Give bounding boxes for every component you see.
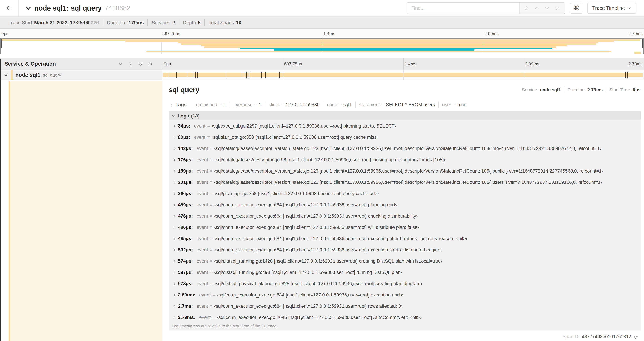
prev-result-icon[interactable] [532,4,541,13]
ruler-tick-label: 1.4ms [322,29,335,38]
log-timestamp: 80μs: [178,135,190,140]
log-timestamp: 176μs: [178,157,193,163]
log-message: ‹sql/catalog/lease/descriptor_version_st… [214,146,601,151]
log-entry-row[interactable]: 678μs:event=‹sql/distsql_physical_planne… [169,278,641,289]
tag-equals: = [339,102,342,107]
chevron-right-icon [172,293,176,297]
span-duration-bar[interactable] [163,73,643,77]
tag-item: node=sql1 [323,102,356,108]
next-result-icon[interactable] [543,4,552,13]
log-marker-tick [193,72,193,79]
arrow-left-icon [5,4,13,12]
span-row[interactable]: node sql1 sql query [0,70,644,80]
info-value: March 31 2022, 17:25:09 [34,20,89,26]
log-marker-tick [187,72,188,79]
trace-page: node sql1: sql query 7418682 [0,0,644,341]
log-message: ‹sql/catalog/lease/descriptor_version_st… [214,168,603,174]
ruler-tick-label: 0μs [0,29,8,38]
log-entry-row[interactable]: 459μs:event=‹sql/conn_executor_exec.go:6… [169,199,641,210]
tag-item: _verbose=1 [230,102,265,108]
log-timestamp: 366μs: [178,191,193,196]
log-entry-row[interactable]: 176μs:event=‹sql/catalog/descs/descripto… [169,154,641,165]
log-entry-row[interactable]: 476μs:event=‹sql/conn_executor_exec.go:6… [169,210,641,222]
expand-all-icon[interactable] [148,62,153,66]
log-entry-row[interactable]: 495μs:event=‹sql/conn_executor_exec.go:6… [169,233,641,244]
back-button[interactable] [0,0,19,16]
log-entry-row[interactable]: 502μs:event=‹sql/conn_executor_exec.go:6… [169,244,641,256]
trace-info-bar: Trace StartMarch 31 2022, 17:25:09.326Du… [0,17,644,29]
left-scrollbar[interactable] [0,59,1,341]
span-id-row: SpanID: 4877749850101760812 [168,331,641,341]
tag-value: SELECT * FROM users [386,102,435,107]
log-marker-tick [266,72,266,79]
locate-icon[interactable] [522,4,531,13]
detail-left-column [0,81,162,341]
log-entry-row[interactable]: 597μs:event=‹sql/distsql_running.go:498 … [169,267,641,278]
collapse-trace-header-icon[interactable] [25,5,32,11]
deep-link-icon[interactable] [634,334,639,339]
log-equals: = [210,236,212,241]
overview-value: 2.79ms [588,87,602,93]
log-timestamp: 142μs: [178,146,193,151]
chevron-right-icon [172,271,176,274]
log-field-key: event [197,258,208,264]
minimap-ruler: 0μs697.75μs1.4ms2.09ms2.79ms [0,29,644,38]
chevron-right-icon [172,214,176,218]
log-timestamp: 597μs: [178,270,193,275]
span-color-strip [9,81,10,341]
gridline [283,70,283,80]
log-entry-row[interactable]: 201μs:event=‹sql/catalog/lease/descripto… [169,177,641,188]
collapse-one-icon[interactable] [118,62,123,66]
span-row-timeline[interactable] [162,70,644,80]
log-equals: = [210,270,212,275]
find-input[interactable] [407,3,519,14]
timeline-ruler: 0μs697.75μs1.4ms2.09ms2.79ms [162,58,644,70]
log-entry-row[interactable]: 189μs:event=‹sql/catalog/lease/descripto… [169,165,641,177]
log-entry-row[interactable]: 366μs:event=‹sql/plan_opt.go:358 [nsql1,… [169,188,641,199]
log-entry-row[interactable]: 2.69ms:event=‹sql/conn_executor_exec.go:… [169,289,641,301]
keyboard-shortcuts-button[interactable]: ⌘ [570,3,582,14]
log-field-key: event [197,191,208,196]
tag-key: _unfinished [193,102,217,107]
log-field-key: event [197,213,208,219]
logs-accordian-header[interactable]: Logs (18) [169,111,641,120]
overview-item: Service:node sql1 [519,87,564,93]
span-detail-header[interactable]: sql query Service:node sql1Duration:2.79… [168,81,641,94]
page-title: node sql1: sql query [34,4,102,12]
chevron-right-icon [172,192,176,196]
trace-id: 7418682 [105,5,130,12]
log-equals: = [210,258,212,264]
log-entry-row[interactable]: 142μs:event=‹sql/catalog/lease/descripto… [169,143,641,154]
collapse-all-icon[interactable] [138,62,143,66]
log-field-key: event [197,225,208,230]
log-message: ‹sql/conn_executor_exec.go:2046 [nsql1,c… [217,315,421,320]
trace-info-item: Trace StartMarch 31 2022, 17:25:09.326 [4,20,103,26]
log-entry-row[interactable]: 486μs:event=‹sql/conn_executor_exec.go:6… [169,222,641,233]
log-message: ‹sql/distsql_physical_planner.go:828 [ns… [214,281,422,286]
logs-label: Logs [178,113,189,119]
selected-span-accent [10,81,162,341]
log-entry-row[interactable]: 34μs:event=‹sql/exec_util.go:2297 [nsql1… [169,120,641,132]
logs-count: (18) [191,113,200,119]
log-equals: = [210,225,212,230]
log-message: ‹sql/catalog/lease/descriptor_version_st… [214,180,602,185]
collapse-children-icon[interactable] [4,73,8,77]
ruler-tick-label: 2.79ms [628,58,644,70]
log-entry-row[interactable]: 2.7ms:event=‹sql/conn_executor_exec.go:6… [169,301,641,312]
overview-item: Duration:2.79ms [564,87,606,93]
expand-one-icon[interactable] [128,62,133,66]
log-entry-row[interactable]: 80μs:event=‹sql/plan_opt.go:358 [nsql1,c… [169,132,641,143]
tags-accordian[interactable]: Tags: _unfinished=1_verbose=1client=127.… [168,100,641,110]
minimap-span-bar [634,52,641,54]
span-row-name-column[interactable]: node sql1 sql query [0,70,162,80]
log-entry-row[interactable]: 2.79ms:event=‹sql/conn_executor_exec.go:… [169,312,641,323]
trace-minimap[interactable] [0,38,644,54]
log-entry-row[interactable]: 574μs:event=‹sql/distsql_running.go:1420… [169,256,641,267]
log-timestamp: 201μs: [178,180,193,185]
logs-footer-note: Log timestamps are relative to the start… [169,323,641,331]
log-field-key: event [197,247,208,253]
trace-timeline-view-selector[interactable]: Trace Timeline [588,3,636,14]
clear-search-icon[interactable] [553,4,562,13]
service-operation-header: Service & Operation [0,58,162,70]
minimap-right-handle[interactable] [642,39,643,48]
